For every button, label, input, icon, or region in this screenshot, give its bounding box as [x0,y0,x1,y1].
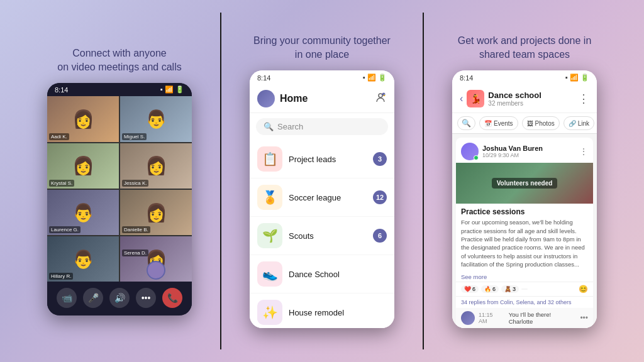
camera-button[interactable]: 📹 [57,288,77,308]
community-badge-1: 12 [373,190,387,204]
community-icon-dance: 👟 [257,261,282,287]
video-cell-1: 👩 Aadi K. [47,96,119,141]
see-more-link[interactable]: See more [456,272,593,282]
reaction-more[interactable] [521,288,528,290]
team-search-tab[interactable]: 🔍 [457,116,475,130]
reply-text: You I'll be there! Charlotte [509,311,577,325]
team-name: Dance school [488,90,574,100]
community-list: 📋 Project leads 3 🏅 Soccer league 12 🌱 S… [250,140,394,328]
reactions-row: ❤️ 6 🔥 6 🧸 3 [456,282,593,297]
reaction-bear[interactable]: 🧸 3 [501,285,519,293]
video-cell-4: 👩 Jessica K. [120,143,192,189]
cell-label-7: Hillary R. [49,273,73,280]
msg-sender-name: Joshua Van Buren [482,145,575,152]
reaction-heart[interactable]: ❤️ 6 [461,285,479,293]
bear-count: 3 [513,286,516,292]
more-button[interactable]: ••• [136,288,156,308]
community-icon-project: 📋 [257,146,282,172]
cell-label-4: Jessica K. [122,180,148,187]
team-more-button[interactable]: ⋮ [578,92,589,106]
reply-row: 11:15 AM You I'll be there! Charlotte ••… [456,308,593,328]
home-title: Home [280,93,308,104]
panel-team: Get work and projects done in shared tea… [424,34,625,329]
calendar-icon: 📅 [484,120,492,127]
tab-photos-label: Photos [535,120,555,127]
community-badge-2: 6 [373,229,387,243]
search-placeholder: Search [277,122,303,131]
community-item-project-leads[interactable]: 📋 Project leads 3 [250,140,394,178]
team-tabs: 🔍 📅 Events 🖼 Photos 🔗 Link [452,113,597,134]
msg-datetime: 10/29 9:30 AM [482,152,575,158]
panel-video: Connect with anyone on video meetings an… [19,47,220,316]
team-members: 32 members [488,100,574,107]
svg-text:🔒: 🔒 [383,94,386,96]
team-header: ‹ 💃 Dance school 32 members ⋮ [452,85,597,113]
reaction-add-icon[interactable]: 😊 [579,285,588,293]
community-badge-0: 3 [373,152,387,166]
home-status-icons: ▪ 📶 🔋 [363,74,387,82]
team-icon: 💃 [467,90,484,107]
home-user-avatar [257,90,275,107]
team-tab-link[interactable]: 🔗 Link [564,116,594,130]
video-cell-7: 👨 Hillary R. [47,236,119,282]
highlighted-avatar [147,261,165,280]
community-name-4: House remodel [289,308,387,317]
video-cell-2: 👨 Miguel S. [120,96,192,141]
reaction-fire[interactable]: 🔥 6 [481,285,499,293]
video-time: 8:14 [55,86,68,94]
community-icon-soccer: 🏅 [257,185,282,210]
video-cell-8: 👩 Serena D. [120,236,192,282]
home-settings-icon[interactable]: 🔒 [374,91,387,106]
video-grid: 👩 Aadi K. 👨 Miguel S. 👩 Krystal S. 👩 Jes… [47,96,192,282]
cell-label-5: Laurence G. [49,226,80,233]
team-tab-events[interactable]: 📅 Events [479,116,518,130]
msg-header: Joshua Van Buren 10/29 9:30 AM ⋮ [456,138,593,163]
cell-label-8: Serena D. [122,250,148,256]
team-content: Joshua Van Buren 10/29 9:30 AM ⋮ Volunte… [452,134,597,328]
community-icon-house: ✨ [257,300,282,325]
tab-events-label: Events [494,120,513,127]
back-button[interactable]: ‹ [460,93,463,104]
cell-label-6: Danielle B. [122,226,150,233]
reply-label: You [509,311,519,318]
search-icon: 🔍 [264,122,274,131]
fire-emoji: 🔥 [484,286,491,292]
reply-time: 11:15 AM [479,312,502,324]
msg-more-button[interactable]: ⋮ [579,146,588,156]
home-header: Home 🔒 [250,85,394,113]
team-status-bar: 8:14 ▪ 📶 🔋 [452,70,597,85]
tab-link-label: Link [578,120,589,127]
community-item-scouts[interactable]: 🌱 Scouts 6 [250,217,394,255]
video-controls: 📹 🎤 🔊 ••• 📞 [47,282,192,314]
heart-count: 6 [472,286,475,292]
community-name-3: Dance School [289,270,387,279]
speaker-button[interactable]: 🔊 [109,288,130,308]
reply-more-button[interactable]: ••• [580,314,588,322]
community-name-0: Project leads [289,155,367,164]
community-icon-scouts: 🌱 [257,223,282,248]
img-overlay-label: Volunteers needed [492,178,558,189]
panel-home: Bring your community together in one pla… [221,34,423,329]
community-item-soccer[interactable]: 🏅 Soccer league 12 [250,178,394,217]
video-status-bar: 8:14 ▪ 📶 🔋 [47,83,192,96]
fire-count: 6 [492,286,496,292]
msg-image: Volunteers needed [456,163,593,204]
video-cell-5: 👨 Laurence G. [47,190,119,235]
video-cell-6: 👩 Danielle B. [120,190,192,235]
team-tab-photos[interactable]: 🖼 Photos [522,116,560,130]
community-item-house[interactable]: ✨ House remodel [250,293,394,328]
team-time: 8:14 [460,74,473,82]
link-icon: 🔗 [569,120,576,127]
reply-avatar [461,311,475,325]
phone-video-frame: 8:14 ▪ 📶 🔋 👩 Aadi K. 👨 Miguel S. 👩 Kryst… [47,83,192,315]
phone-home-frame: 8:14 ▪ 📶 🔋 Home 🔒 🔍 [250,70,394,328]
home-time: 8:14 [257,74,270,82]
heart-emoji: ❤️ [464,286,471,292]
search-bar[interactable]: 🔍 Search [256,118,388,135]
end-call-button[interactable]: 📞 [162,288,182,308]
mic-button[interactable]: 🎤 [83,288,103,308]
main-container: Connect with anyone on video meetings an… [0,0,644,362]
community-item-dance[interactable]: 👟 Dance School [250,255,394,293]
panel2-title: Bring your community together in one pla… [253,34,391,62]
replies-text: 34 replies from Colin, Selena, and 32 ot… [456,297,593,308]
